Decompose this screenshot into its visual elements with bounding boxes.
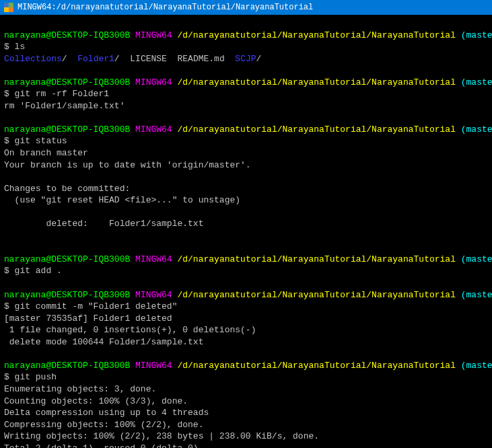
blank-line — [4, 112, 488, 124]
output-line: Writing objects: 100% (2/2), 238 bytes |… — [4, 431, 488, 443]
prompt-branch: (master) — [461, 30, 492, 40]
prompt-line: narayana@DESKTOP-IQB300B MINGW64 /d/nara… — [4, 254, 488, 266]
output-line — [4, 171, 488, 183]
prompt-env: MINGW64 — [135, 124, 172, 135]
prompt-env: MINGW64 — [135, 77, 172, 87]
prompt-branch: (master) — [461, 290, 492, 300]
ls-output: Collections/ Folder1/ LICENSE README.md … — [4, 53, 488, 65]
command-line: $ git rm -rf Folder1 — [4, 88, 488, 100]
titlebar: MINGW64:/d/narayanatutorial/NarayanaTuto… — [0, 0, 492, 15]
prompt-user: narayana@DESKTOP-IQB300B — [4, 77, 130, 87]
command-line: $ git status — [4, 135, 488, 147]
output-line: Changes to be committed: — [4, 183, 488, 195]
prompt-line: narayana@DESKTOP-IQB300B MINGW64 /d/nara… — [4, 124, 488, 136]
prompt-path: /d/narayanatutorial/NarayanaTutorial/Nar… — [177, 361, 455, 371]
svg-rect-1 — [9, 3, 13, 7]
output-line: (use "git reset HEAD <file>..." to unsta… — [4, 194, 488, 207]
prompt-user: narayana@DESKTOP-IQB300B — [4, 30, 130, 40]
titlebar-text: MINGW64:/d/narayanatutorial/NarayanaTuto… — [17, 3, 313, 12]
command-line: $ ls — [4, 41, 488, 53]
output-line: Total 2 (delta 1), reused 0 (delta 0) — [4, 443, 488, 448]
output-line: delete mode 100644 Folder1/sample.txt — [4, 336, 488, 348]
prompt-path: /d/narayanatutorial/NarayanaTutorial/Nar… — [177, 30, 455, 40]
prompt-user: narayana@DESKTOP-IQB300B — [4, 290, 130, 300]
output-line — [4, 207, 488, 219]
prompt-branch: (master) — [461, 77, 492, 87]
ls-dir: Folder1 — [77, 54, 114, 64]
output-line: Counting objects: 100% (3/3), done. — [4, 396, 488, 408]
command-line: $ git add . — [4, 265, 488, 277]
app-icon — [4, 3, 13, 12]
prompt-user: narayana@DESKTOP-IQB300B — [4, 254, 130, 264]
prompt-path: /d/narayanatutorial/NarayanaTutorial/Nar… — [177, 77, 455, 87]
command-line: $ git commit -m "Folder1 deleted" — [4, 301, 488, 313]
prompt-line: narayana@DESKTOP-IQB300B MINGW64 /d/nara… — [4, 360, 488, 372]
prompt-branch: (master) — [461, 254, 492, 264]
prompt-env: MINGW64 — [135, 254, 172, 264]
prompt-env: MINGW64 — [135, 290, 172, 300]
ls-dir: SCJP — [235, 54, 256, 64]
blank-line — [4, 241, 488, 254]
prompt-line: narayana@DESKTOP-IQB300B MINGW64 /d/nara… — [4, 77, 488, 89]
prompt-branch: (master) — [461, 124, 492, 135]
svg-rect-3 — [9, 7, 13, 12]
prompt-branch: (master) — [461, 361, 492, 371]
prompt-line: narayana@DESKTOP-IQB300B MINGW64 /d/nara… — [4, 30, 488, 42]
prompt-path: /d/narayanatutorial/NarayanaTutorial/Nar… — [177, 254, 455, 264]
prompt-path: /d/narayanatutorial/NarayanaTutorial/Nar… — [177, 124, 455, 135]
blank-line — [4, 277, 488, 289]
ls-file: README.md — [178, 54, 225, 64]
ls-file: LICENSE — [130, 54, 167, 64]
prompt-env: MINGW64 — [135, 30, 172, 40]
svg-rect-2 — [4, 7, 9, 12]
blank-line — [4, 17, 488, 30]
prompt-user: narayana@DESKTOP-IQB300B — [4, 361, 130, 371]
prompt-path: /d/narayanatutorial/NarayanaTutorial/Nar… — [177, 290, 455, 300]
output-line: 1 file changed, 0 insertions(+), 0 delet… — [4, 324, 488, 336]
svg-rect-0 — [4, 3, 9, 7]
prompt-env: MINGW64 — [135, 361, 172, 371]
output-line: deleted: Folder1/sample.txt — [4, 218, 488, 230]
output-line: Enumerating objects: 3, done. — [4, 383, 488, 396]
command-line: $ git push — [4, 371, 488, 383]
output-line: Compressing objects: 100% (2/2), done. — [4, 419, 488, 431]
output-line: [master 73535af] Folder1 deleted — [4, 313, 488, 325]
terminal-area[interactable]: narayana@DESKTOP-IQB300B MINGW64 /d/nara… — [0, 15, 492, 448]
output-line: Your branch is up to date with 'origin/m… — [4, 159, 488, 172]
ls-dir: Collections — [4, 54, 62, 64]
output-line: rm 'Folder1/sample.txt' — [4, 100, 488, 112]
output-line: Delta compression using up to 4 threads — [4, 407, 488, 419]
prompt-user: narayana@DESKTOP-IQB300B — [4, 124, 130, 135]
blank-line — [4, 65, 488, 77]
blank-line — [4, 348, 488, 360]
prompt-line: narayana@DESKTOP-IQB300B MINGW64 /d/nara… — [4, 289, 488, 301]
output-line — [4, 230, 488, 242]
output-line: On branch master — [4, 147, 488, 159]
